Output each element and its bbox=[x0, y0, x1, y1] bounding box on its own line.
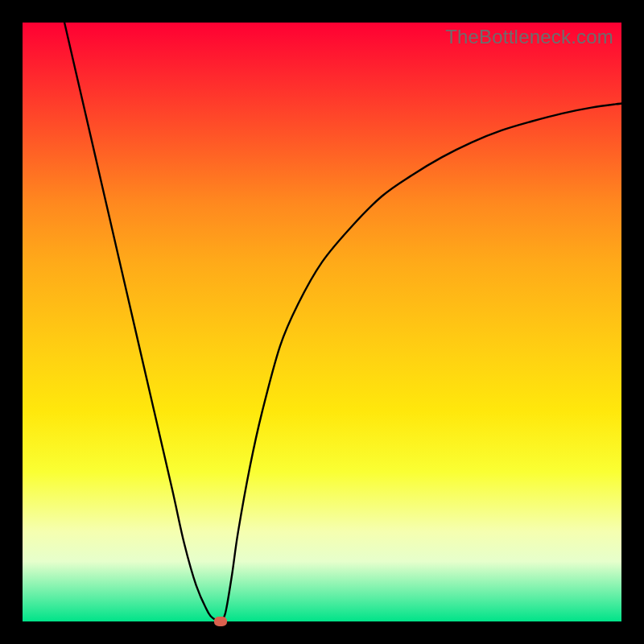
chart-frame: TheBottleneck.com bbox=[0, 0, 644, 644]
optimum-marker bbox=[214, 617, 227, 626]
bottleneck-curve bbox=[23, 23, 621, 621]
plot-area: TheBottleneck.com bbox=[23, 23, 621, 621]
